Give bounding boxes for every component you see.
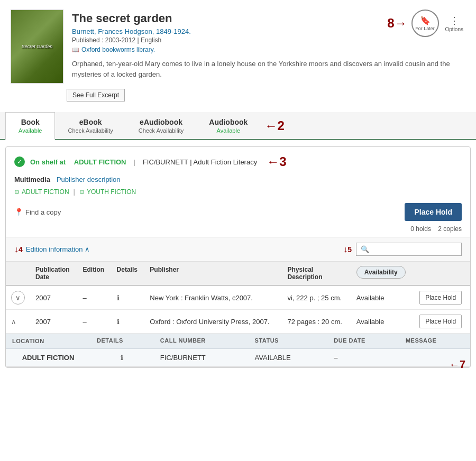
sub-location: ADULT FICTION: [6, 349, 90, 367]
badge-check-icon-2: ⊙: [79, 188, 85, 196]
book-description: Orphaned, ten-year-old Mary comes to liv…: [72, 59, 465, 79]
tab-audiobook-status: Available: [209, 127, 248, 134]
sub-table: LOCATION DETAILS CALL NUMBER STATUS DUE …: [6, 334, 470, 367]
check-icon: ✓: [14, 156, 25, 167]
call-number-text: FIC/BURNETT | Adult Fiction Literacy: [143, 158, 257, 166]
table-row: ∧ 2007 – ℹ Oxford : Oxford University Pr…: [6, 310, 470, 334]
sub-col-details: DETAILS: [90, 334, 154, 349]
on-shelf-label: On shelf at ADULT FICTION: [30, 158, 126, 166]
action-1: Place Hold: [414, 285, 470, 310]
bookmark-icon: 🔖: [420, 15, 431, 25]
multimedia-row: Multimedia Publisher description: [6, 173, 470, 186]
for-later-label: For Later: [415, 26, 435, 31]
annotation-4: ↓4: [14, 245, 23, 254]
col-publisher: Publisher: [144, 262, 282, 285]
header-actions: 8→ 🔖 For Later ⋮ Options: [387, 10, 465, 37]
search-icon: 🔍: [361, 245, 369, 253]
fiction-badges: ⊙ ADULT FICTION | ⊙ YOUTH FICTION: [6, 186, 470, 198]
book-published: Published : 2003-2012 | English: [72, 36, 465, 44]
edition-info-label: Edition information: [26, 245, 83, 253]
options-button[interactable]: ⋮ Options: [443, 13, 465, 34]
tab-book[interactable]: Book Available: [5, 112, 55, 140]
table-header-row: PublicationDate Edition Details Publishe…: [6, 262, 470, 285]
edition-2: –: [77, 310, 111, 334]
col-physical: PhysicalDescription: [282, 262, 351, 285]
details-1[interactable]: ℹ: [112, 285, 145, 310]
expand-button-1[interactable]: ∨: [11, 291, 25, 305]
col-edition: Edition: [77, 262, 111, 285]
chevron-down-icon: ∨: [15, 294, 21, 302]
tab-ebook-label: eBook: [68, 118, 113, 126]
sub-table-row: ADULT FICTION ℹ FIC/BURNETT AVAILABLE –: [6, 349, 470, 367]
sub-details[interactable]: ℹ: [90, 349, 154, 367]
sub-col-status: STATUS: [249, 334, 328, 349]
physical-1: vi, 222 p. ; 25 cm.: [282, 285, 351, 310]
find-copy-link[interactable]: 📍 Find a copy: [14, 208, 61, 216]
multimedia-label: Multimedia: [14, 176, 50, 183]
sub-duedate: –: [327, 349, 399, 367]
availability-2: Available: [351, 310, 414, 334]
publisher-1: New York : Franklin Watts, c2007.: [144, 285, 282, 310]
sub-col-message: MESSAGE: [399, 334, 470, 349]
availability-header: Availability: [356, 266, 406, 279]
annotation-3: ←3: [267, 154, 286, 169]
holds-copies: 0 holds 2 copies: [6, 225, 470, 237]
tab-eaudiobook[interactable]: eAudiobook Check Availability: [126, 113, 196, 139]
edition-1: –: [77, 285, 111, 310]
expand-cell-1: ∨: [6, 285, 30, 310]
publisher-description-link[interactable]: Publisher description: [57, 176, 121, 183]
tab-audiobook[interactable]: Audiobook Available: [196, 113, 260, 139]
edition-search-box[interactable]: 🔍: [356, 243, 462, 256]
col-pub-date: PublicationDate: [30, 262, 77, 285]
details-2[interactable]: ℹ: [112, 310, 145, 334]
find-copy-label: Find a copy: [25, 208, 61, 216]
chevron-up-icon: ∧: [85, 245, 90, 253]
availability-1: Available: [351, 285, 414, 310]
tab-ebook-status: Check Availability: [68, 127, 113, 134]
see-full-excerpt-button[interactable]: See Full Excerpt: [67, 89, 125, 102]
place-hold-button-2[interactable]: Place Hold: [419, 315, 462, 328]
book-series: Oxford bookworms library.: [72, 46, 465, 53]
content-panel: ✓ On shelf at ADULT FICTION | FIC/BURNET…: [5, 146, 471, 368]
options-label: Options: [445, 26, 463, 32]
pub-date-1: 2007: [30, 285, 77, 310]
edition-bar: ↓4 Edition information ∧ ↓5 🔍: [6, 237, 470, 262]
annotation-5: ↓5: [343, 245, 352, 254]
sub-col-duedate: DUE DATE: [327, 334, 399, 349]
col-details: Details: [112, 262, 145, 285]
col-action: [414, 262, 470, 285]
expanded-sub-row: LOCATION DETAILS CALL NUMBER STATUS DUE …: [6, 334, 470, 367]
options-icon: ⋮: [450, 15, 459, 26]
tab-eaudiobook-label: eAudiobook: [139, 118, 184, 126]
sub-col-location: LOCATION: [6, 334, 90, 349]
col-availability: Availability: [351, 262, 414, 285]
for-later-button[interactable]: 🔖 For Later: [411, 10, 439, 37]
pub-date-2: 2007: [30, 310, 77, 334]
shelf-location: ADULT FICTION: [74, 158, 126, 166]
sub-status: AVAILABLE: [249, 349, 328, 367]
col-expand: [6, 262, 30, 285]
tab-book-label: Book: [19, 118, 42, 126]
copy-actions: 📍 Find a copy Place Hold: [6, 198, 470, 225]
call-number-separator: |: [134, 158, 135, 166]
expand-cell-2: ∧: [6, 310, 30, 334]
call-number-value: FIC/BURNETT: [143, 158, 188, 166]
edition-search-input[interactable]: [371, 245, 457, 253]
badge-check-icon-1: ⊙: [14, 188, 20, 196]
edition-info-toggle[interactable]: Edition information ∧: [26, 245, 90, 253]
editions-table: PublicationDate Edition Details Publishe…: [6, 262, 470, 367]
table-row: ∨ 2007 – ℹ New York : Franklin Watts, c2…: [6, 285, 470, 310]
book-cover: Secret Garden: [11, 10, 63, 84]
annotation-2: ←2: [264, 118, 284, 133]
physical-2: 72 pages : 20 cm.: [282, 310, 351, 334]
pin-icon: 📍: [14, 208, 23, 216]
place-hold-button-main[interactable]: Place Hold: [405, 203, 462, 221]
copies-count: 2 copies: [438, 225, 462, 233]
sub-table-header: LOCATION DETAILS CALL NUMBER STATUS DUE …: [6, 334, 470, 349]
place-hold-button-1[interactable]: Place Hold: [419, 291, 462, 305]
adult-fiction-badge[interactable]: ⊙ ADULT FICTION: [14, 188, 69, 196]
tab-book-status: Available: [19, 127, 42, 134]
youth-fiction-badge[interactable]: ⊙ YOUTH FICTION: [79, 188, 136, 196]
tab-ebook[interactable]: eBook Check Availability: [55, 113, 125, 139]
annotation-8: 8→: [387, 16, 407, 31]
